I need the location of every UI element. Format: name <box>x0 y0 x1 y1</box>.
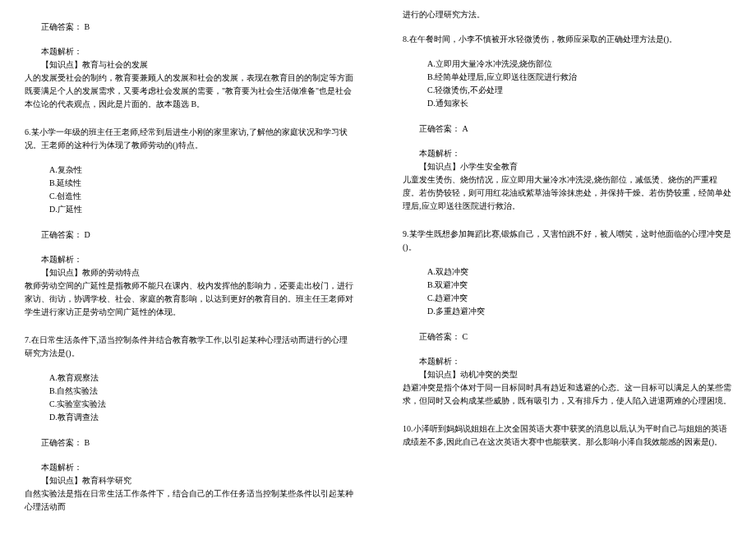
q6-optA: A.复杂性 <box>49 164 353 177</box>
q9-stem: 9.某学生既想参加舞蹈比赛,锻炼自己，又害怕跳不好，被人嘲笑，这时他面临的心理冲… <box>403 228 731 254</box>
q7: 7.在日常生活条件下,适当控制条件并结合教育教学工作,以引起某种心理活动而进行的… <box>25 334 353 514</box>
answer-label: 正确答案： <box>41 22 82 31</box>
kpoint-label: 【知识点】 <box>419 162 460 171</box>
answer-value: B <box>85 22 90 31</box>
answer-line: 正确答案： B <box>25 436 353 450</box>
answer-line: 正确答案： B <box>25 20 353 34</box>
q9: 9.某学生既想参加舞蹈比赛,锻炼自己，又害怕跳不好，被人嘲笑，这时他面临的心理冲… <box>403 228 731 408</box>
explain-text: 趋避冲突是指个体对于同一目标同时具有趋近和逃避的心态。这一目标可以满足人的某些需… <box>403 381 731 408</box>
q10: 10.小泽听到妈妈说姐姐在上次全国英语大赛中获奖的消息以后,认为平时自己与姐姐的… <box>403 422 731 449</box>
q7-explain-continued: 进行的心理研究方法。 <box>403 8 731 21</box>
kpoint-value: 教师的劳动特点 <box>82 268 140 277</box>
q7-optC: C.实验室实验法 <box>49 398 353 411</box>
explain-block: 本题解析： 【知识点】教师的劳动特点 教师劳动空间的广延性是指教师不能只在课内、… <box>25 253 353 319</box>
kpoint-value: 小学生安全教育 <box>460 162 518 171</box>
q8-stem: 8.在午餐时间，小李不慎被开水轻微烫伤，教师应采取的正确处理方法是()。 <box>403 33 731 46</box>
q6-stem: 6.某小学一年级的班主任王老师,经常到后进生小刚的家里家访,了解他的家庭状况和学… <box>25 126 353 152</box>
q9-optA: A.双趋冲突 <box>427 265 731 279</box>
kpoint-line: 【知识点】教育与社会的发展 <box>25 58 353 71</box>
explain-label: 本题解析： <box>403 147 731 160</box>
q8-optB: B.经简单处理后,应立即送往医院进行救治 <box>427 71 731 84</box>
q8-options: A.立即用大量冷水冲洗浸,烧伤部位 B.经简单处理后,应立即送往医院进行救治 C… <box>403 58 731 110</box>
explain-label: 本题解析： <box>25 253 353 266</box>
q6-optB: B.延续性 <box>49 177 353 190</box>
q6: 6.某小学一年级的班主任王老师,经常到后进生小刚的家里家访,了解他的家庭状况和学… <box>25 126 353 319</box>
kpoint-label: 【知识点】 <box>41 268 82 277</box>
kpoint-line: 【知识点】小学生安全教育 <box>403 160 731 173</box>
q7-stem: 7.在日常生活条件下,适当控制条件并结合教育教学工作,以引起某种心理活动而进行的… <box>25 334 353 360</box>
q7-optB: B.自然实验法 <box>49 385 353 398</box>
q5-tail: 正确答案： B 本题解析： 【知识点】教育与社会的发展 人的发展受社会的制约，教… <box>25 20 353 111</box>
q7-optD: D.教育调查法 <box>49 411 353 424</box>
explain-block: 本题解析： 【知识点】动机冲突的类型 趋避冲突是指个体对于同一目标同时具有趋近和… <box>403 355 731 408</box>
q9-optD: D.多重趋避冲突 <box>427 305 731 318</box>
kpoint-value: 教育科学研究 <box>82 476 131 485</box>
explain-text: 儿童发生烫伤、烧伤情况，应立即用大量冷水冲洗浸,烧伤部位，减低烫、烧伤的严重程度… <box>403 173 731 213</box>
q8-optA: A.立即用大量冷水冲洗浸,烧伤部位 <box>427 58 731 71</box>
answer-label: 正确答案： <box>41 230 82 239</box>
answer-label: 正确答案： <box>41 438 82 447</box>
answer-label: 正确答案： <box>419 124 460 133</box>
explain-block: 本题解析： 【知识点】教育科学研究 自然实验法是指在日常生活工作条件下，结合自己… <box>25 461 353 514</box>
explain-text: 教师劳动空间的广延性是指教师不能只在课内、校内发挥他的影响力，还要走出校门，进行… <box>25 279 353 319</box>
explain-block: 本题解析： 【知识点】教育与社会的发展 人的发展受社会的制约，教育要兼顾人的发展… <box>25 45 353 111</box>
answer-value: A <box>463 124 468 133</box>
q7-options: A.教育观察法 B.自然实验法 C.实验室实验法 D.教育调查法 <box>25 371 353 424</box>
q7-optA: A.教育观察法 <box>49 371 353 385</box>
q9-options: A.双趋冲突 B.双避冲突 C.趋避冲突 D.多重趋避冲突 <box>403 265 731 318</box>
q8-optC: C.轻微烫伤,不必处理 <box>427 84 731 97</box>
q8: 8.在午餐时间，小李不慎被开水轻微烫伤，教师应采取的正确处理方法是()。 A.立… <box>403 33 731 213</box>
explain-label: 本题解析： <box>25 45 353 58</box>
kpoint-label: 【知识点】 <box>419 370 460 379</box>
answer-line: 正确答案： C <box>403 330 731 344</box>
explain-block: 本题解析： 【知识点】小学生安全教育 儿童发生烫伤、烧伤情况，应立即用大量冷水冲… <box>403 147 731 213</box>
kpoint-line: 【知识点】教育科学研究 <box>25 474 353 487</box>
kpoint-line: 【知识点】动机冲突的类型 <box>403 368 731 381</box>
q9-optC: C.趋避冲突 <box>427 292 731 305</box>
answer-line: 正确答案： A <box>403 122 731 136</box>
answer-value: D <box>85 230 90 239</box>
q10-stem: 10.小泽听到妈妈说姐姐在上次全国英语大赛中获奖的消息以后,认为平时自己与姐姐的… <box>403 422 731 449</box>
kpoint-label: 【知识点】 <box>41 476 82 485</box>
explain-text: 自然实验法是指在日常生活工作条件下，结合自己的工作任务适当控制某些条件以引起某种… <box>25 487 353 514</box>
q6-options: A.复杂性 B.延续性 C.创造性 D.广延性 <box>25 164 353 216</box>
answer-line: 正确答案： D <box>25 228 353 242</box>
kpoint-value: 教育与社会的发展 <box>82 60 148 69</box>
q6-optC: C.创造性 <box>49 190 353 203</box>
kpoint-line: 【知识点】教师的劳动特点 <box>25 266 353 279</box>
q8-optD: D.通知家长 <box>427 97 731 110</box>
explain-text: 人的发展受社会的制约，教育要兼顾人的发展和社会的发展，表现在教育目的的制定等方面… <box>25 71 353 111</box>
kpoint-label: 【知识点】 <box>41 60 82 69</box>
q6-optD: D.广延性 <box>49 203 353 216</box>
answer-label: 正确答案： <box>419 332 460 341</box>
answer-value: B <box>85 438 90 447</box>
kpoint-value: 动机冲突的类型 <box>460 370 518 379</box>
explain-label: 本题解析： <box>25 461 353 474</box>
explain-label: 本题解析： <box>403 355 731 368</box>
answer-value: C <box>463 332 468 341</box>
q9-optB: B.双避冲突 <box>427 279 731 292</box>
